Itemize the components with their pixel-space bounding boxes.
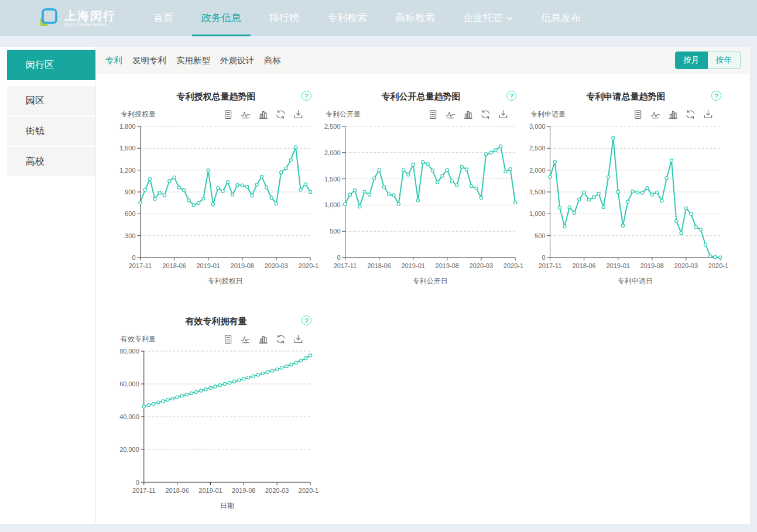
restore-icon[interactable] <box>276 334 286 344</box>
x-axis: 2017-112018-062019-012019-082020-032020-… <box>334 258 523 285</box>
svg-text:2018-06: 2018-06 <box>165 487 189 494</box>
tab[interactable]: 外观设计 <box>220 55 254 66</box>
help-icon[interactable]: ? <box>506 91 516 101</box>
nav-item[interactable]: 专利检索 <box>313 0 381 36</box>
nav-item[interactable]: 排行榜 <box>255 0 313 36</box>
help-icon[interactable]: ? <box>302 315 311 325</box>
period-toggle-button[interactable]: 按年 <box>708 52 741 69</box>
svg-text:900: 900 <box>125 188 135 195</box>
data-view-icon[interactable] <box>223 334 233 344</box>
nav-item[interactable]: 信息发布 <box>527 0 595 36</box>
restore-icon[interactable] <box>481 109 491 119</box>
series-line <box>344 145 517 208</box>
site-logo[interactable]: 上海闵行 SHANGHAIMINHANG <box>37 8 116 29</box>
svg-text:20,000: 20,000 <box>119 446 139 453</box>
nav-item-label: 专利检索 <box>327 0 367 36</box>
download-icon[interactable] <box>293 109 303 119</box>
svg-text:2017-11: 2017-11 <box>132 487 156 494</box>
nav-item-label: 商标检索 <box>395 0 435 36</box>
svg-text:2,500: 2,500 <box>324 123 341 130</box>
svg-text:2020-03: 2020-03 <box>265 262 288 269</box>
chart-title: 专利申请总量趋势图 <box>523 88 728 102</box>
line-chart-icon[interactable] <box>241 334 251 344</box>
svg-text:0: 0 <box>337 254 340 261</box>
site-logo-icon <box>37 8 59 29</box>
svg-text:600: 600 <box>125 210 135 217</box>
series-label: 有效专利量 <box>121 334 156 344</box>
line-chart: 03006009001,2001,5001,8002017-112018-062… <box>114 121 318 291</box>
chart-title: 有效专利拥有量 <box>114 313 318 327</box>
svg-text:1,000: 1,000 <box>324 201 341 208</box>
line-chart: 05001,0001,5002,0002,5002017-112018-0620… <box>318 121 523 291</box>
main-panel: 闵行区园区街镇高校 专利发明专利实用新型外观设计商标 按月按年 专利授权总量趋势… <box>0 47 750 524</box>
chart-card: 专利授权总量趋势图 ? 专利授权量 03006009001,2001,5001,… <box>114 88 318 291</box>
nav-item[interactable]: 首页 <box>139 0 187 36</box>
tab[interactable]: 专利 <box>105 55 122 66</box>
restore-icon[interactable] <box>686 109 696 119</box>
svg-text:1,500: 1,500 <box>119 145 136 152</box>
svg-text:500: 500 <box>330 228 340 235</box>
charts-grid: 专利授权总量趋势图 ? 专利授权量 03006009001,2001,5001,… <box>96 74 750 516</box>
bar-chart-icon[interactable] <box>258 334 268 344</box>
tab[interactable]: 发明专利 <box>132 55 166 66</box>
svg-text:2019-08: 2019-08 <box>436 262 459 269</box>
svg-text:1,000: 1,000 <box>529 210 546 217</box>
svg-text:2,000: 2,000 <box>529 167 546 174</box>
tab[interactable]: 实用新型 <box>176 55 210 66</box>
line-chart: 020,00040,00060,00080,0002017-112018-062… <box>114 345 318 516</box>
chart-title: 专利公开总量趋势图 <box>318 88 523 102</box>
svg-text:2019-01: 2019-01 <box>197 262 220 269</box>
download-icon[interactable] <box>703 109 713 119</box>
svg-text:2020-03: 2020-03 <box>265 487 289 494</box>
sidebar-item[interactable]: 闵行区 <box>7 50 95 80</box>
restore-icon[interactable] <box>276 109 286 119</box>
svg-text:专利公开日: 专利公开日 <box>413 277 448 285</box>
sidebar-item[interactable]: 园区 <box>7 86 95 115</box>
download-icon[interactable] <box>498 109 508 119</box>
line-chart-icon[interactable] <box>446 109 455 119</box>
chart-title: 专利授权总量趋势图 <box>114 88 318 102</box>
series-line <box>139 146 312 207</box>
svg-text:0: 0 <box>542 254 545 261</box>
svg-text:2017-11: 2017-11 <box>539 262 562 269</box>
svg-text:2020-10: 2020-10 <box>299 262 318 269</box>
line-chart-icon[interactable] <box>650 109 660 119</box>
chart-toolbar <box>428 109 508 119</box>
svg-text:2017-11: 2017-11 <box>334 262 357 269</box>
tab[interactable]: 商标 <box>264 55 281 66</box>
nav-item[interactable]: 政务信息 <box>187 0 255 36</box>
y-axis: 03006009001,2001,5001,800 <box>119 123 310 261</box>
bar-chart-icon[interactable] <box>258 109 268 119</box>
series-label: 专利授权量 <box>121 109 156 119</box>
help-icon[interactable]: ? <box>302 91 311 101</box>
data-view-icon[interactable] <box>633 109 643 119</box>
svg-text:1,200: 1,200 <box>119 167 136 174</box>
svg-text:2020-10: 2020-10 <box>708 262 728 269</box>
bar-chart-icon[interactable] <box>463 109 473 119</box>
svg-text:1,800: 1,800 <box>119 123 136 130</box>
line-chart-icon[interactable] <box>241 109 251 119</box>
nav-item[interactable]: 商标检索 <box>381 0 449 36</box>
download-icon[interactable] <box>293 334 303 344</box>
nav-item-label: 首页 <box>153 0 173 36</box>
svg-text:2020-10: 2020-10 <box>503 262 523 269</box>
svg-text:2020-10: 2020-10 <box>299 487 318 494</box>
nav-item[interactable]: 企业托管 <box>449 0 527 36</box>
svg-text:2019-01: 2019-01 <box>198 487 222 494</box>
svg-text:2019-08: 2019-08 <box>232 487 255 494</box>
sidebar-item[interactable]: 高校 <box>7 147 95 176</box>
site-subtitle: SHANGHAIMINHANG <box>64 23 116 27</box>
period-toggle: 按月按年 <box>675 52 741 69</box>
data-view-icon[interactable] <box>223 109 233 119</box>
svg-text:2019-08: 2019-08 <box>231 262 254 269</box>
period-toggle-button[interactable]: 按月 <box>675 52 708 69</box>
chart-toolbar <box>633 109 713 119</box>
svg-text:日期: 日期 <box>220 502 234 510</box>
sidebar-item[interactable]: 街镇 <box>7 116 95 146</box>
bar-chart-icon[interactable] <box>668 109 678 119</box>
chart-toolbar <box>223 109 303 119</box>
data-view-icon[interactable] <box>428 109 438 119</box>
svg-text:2,000: 2,000 <box>324 149 341 156</box>
help-icon[interactable]: ? <box>711 91 721 101</box>
svg-text:1,500: 1,500 <box>324 176 341 183</box>
